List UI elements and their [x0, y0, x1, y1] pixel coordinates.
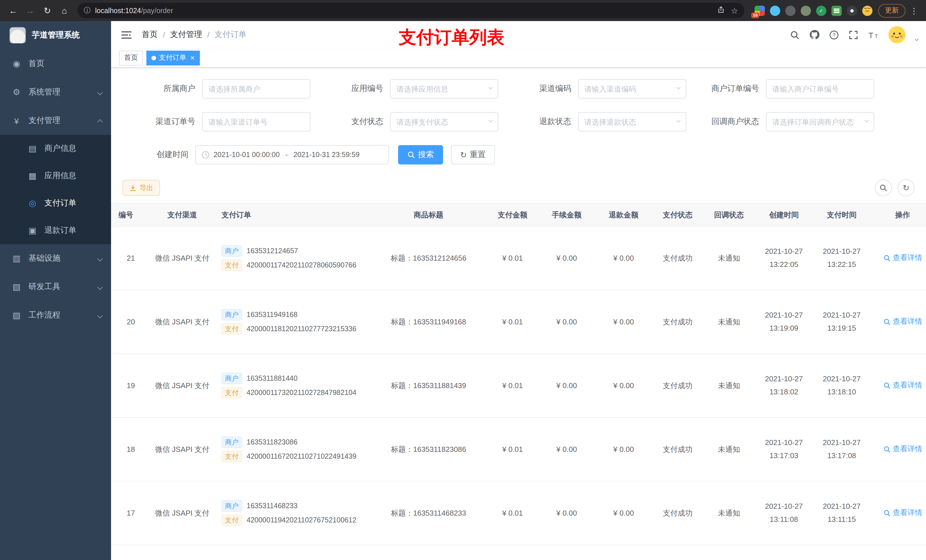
- sidebar-toggle-button[interactable]: [119, 28, 134, 41]
- breadcrumb-current: 支付订单: [215, 30, 247, 40]
- forward-icon: →: [26, 6, 35, 15]
- pay-status-select[interactable]: [390, 112, 498, 131]
- date-range-input[interactable]: 2021-10-01 00:00:00 - 2021-10-31 23:59:5…: [195, 145, 389, 165]
- user-avatar[interactable]: [888, 26, 905, 43]
- refresh-table-button[interactable]: ↻: [897, 179, 915, 196]
- tab-pay-order[interactable]: 支付订单 ×: [146, 50, 200, 65]
- orders-table-wrapper: 编号 支付渠道 支付订单 商品标题 支付金额 手续金额 退款金额 支付状态 回调…: [111, 203, 926, 560]
- date-end: 2021-10-31 23:59:59: [294, 151, 360, 159]
- extension-avatar-icon[interactable]: [862, 5, 873, 16]
- sidebar-item-infra[interactable]: ▥ 基础设施: [0, 244, 111, 273]
- sidebar-item-label: 支付订单: [44, 198, 76, 208]
- table-row: 17 微信 JSAPI 支付 商户 1635311468233 支付 42000…: [111, 481, 926, 545]
- pay-order-page: 所属商户 应用编号 渠道编码 商户订单编号: [111, 68, 926, 560]
- github-button[interactable]: [809, 30, 820, 40]
- browser-reload-button[interactable]: ↻: [40, 3, 54, 18]
- app-select[interactable]: [390, 79, 498, 98]
- browser-update-button[interactable]: 更新: [878, 4, 905, 17]
- view-detail-link[interactable]: 查看详情: [883, 444, 922, 454]
- status-cell: 支付成功: [652, 417, 703, 481]
- avatar-dropdown-caret[interactable]: [915, 37, 918, 41]
- search-button[interactable]: 搜索: [398, 145, 443, 165]
- sidebar-item-workflow[interactable]: ▨ 工作流程: [0, 301, 111, 329]
- create-time-cell: [755, 545, 813, 560]
- channel-order-no: 4200001167202110271022491439: [247, 453, 357, 460]
- sidebar-item-merchant-info[interactable]: ▤ 商户信息: [0, 135, 111, 162]
- extension-olive-icon[interactable]: [801, 5, 811, 16]
- view-detail-link[interactable]: 查看详情: [883, 508, 922, 518]
- share-icon[interactable]: [717, 5, 725, 16]
- toggle-search-button[interactable]: [875, 179, 892, 196]
- sidebar-item-home[interactable]: ◉ 首页: [0, 50, 111, 78]
- filter-row-1: 所属商户 应用编号 渠道编码 商户订单编号: [123, 79, 915, 98]
- extension-chat-icon[interactable]: [831, 5, 842, 16]
- reset-button[interactable]: ↻ 重置: [451, 145, 495, 165]
- create-time-cell: 2021-10-27 13:19:09: [755, 290, 813, 354]
- amount-cell: ¥ 0.01: [487, 290, 538, 354]
- app-logo: 芋道管理系统: [0, 21, 111, 50]
- browser-back-button[interactable]: ←: [6, 3, 21, 18]
- field-label: 商户订单编号: [686, 84, 766, 94]
- logo-avatar: [9, 27, 26, 44]
- extension-pin-icon[interactable]: [847, 5, 857, 16]
- sidebar-item-payment[interactable]: ¥ 支付管理: [0, 106, 111, 135]
- field-label: 退款状态: [498, 117, 578, 127]
- export-button[interactable]: 导出: [123, 180, 160, 196]
- url-bar[interactable]: ⓘ localhost:1024/pay/order ☆: [77, 3, 744, 18]
- sidebar-item-label: 退款订单: [44, 225, 76, 235]
- sidebar-item-refund-order[interactable]: ▣ 退款订单: [0, 217, 111, 244]
- view-detail-link[interactable]: 查看详情: [883, 380, 922, 391]
- merchant-order-no-input[interactable]: [766, 79, 874, 98]
- dashboard-icon: ◉: [11, 59, 22, 69]
- sidebar: 芋道管理系统 ◉ 首页 ⚙ 系统管理 ¥ 支付管理: [0, 21, 111, 560]
- extensions-puzzle-icon[interactable]: 10: [755, 5, 765, 16]
- sidebar-item-devtools[interactable]: ▧ 研发工具: [0, 273, 111, 301]
- fullscreen-button[interactable]: [849, 30, 858, 39]
- sidebar-item-app-info[interactable]: ▦ 应用信息: [0, 162, 111, 190]
- refund-status-select[interactable]: [578, 112, 686, 131]
- browser-forward-button[interactable]: →: [23, 3, 38, 18]
- search-icon: [883, 254, 890, 262]
- view-detail-link[interactable]: 查看详情: [883, 253, 922, 263]
- view-detail-link[interactable]: 查看详情: [883, 317, 922, 327]
- annotation-title: 支付订单列表: [399, 26, 505, 50]
- sidebar-item-label: 应用信息: [44, 171, 76, 181]
- tab-home[interactable]: 首页: [119, 50, 143, 65]
- refund-cell: ¥ 0.00: [595, 481, 652, 545]
- filter-merchant: 所属商户: [123, 79, 310, 98]
- sidebar-item-system[interactable]: ⚙ 系统管理: [0, 78, 111, 106]
- channel-code-select[interactable]: [578, 79, 686, 98]
- page-header: 首页 / 支付管理 / 支付订单 支付订单列表 ?: [111, 21, 926, 48]
- breadcrumb-payment[interactable]: 支付管理: [170, 30, 202, 40]
- merchant-order-no: 1635311468233: [247, 502, 298, 510]
- close-icon[interactable]: ×: [190, 54, 195, 62]
- extension-drop-icon[interactable]: [770, 5, 780, 16]
- amount-cell: [487, 545, 538, 560]
- sidebar-item-pay-order[interactable]: ◎ 支付订单: [0, 190, 111, 217]
- channel-order-no: 4200001173202110272847982104: [247, 389, 357, 397]
- pay-time-cell: 2021-10-27 13:19:15: [813, 290, 870, 354]
- breadcrumb-home[interactable]: 首页: [142, 30, 158, 40]
- order-id-cell: 17: [111, 481, 150, 545]
- pay-order-cell: 商户 1635311881440 支付 42000011732021102728…: [215, 354, 370, 417]
- site-info-icon[interactable]: ⓘ: [84, 6, 91, 15]
- card-icon: ▤: [27, 143, 38, 154]
- merchant-order-no: 1635311823086: [247, 438, 298, 446]
- extension-gray-icon[interactable]: [785, 5, 796, 16]
- toolbox-icon: ▧: [11, 282, 22, 292]
- notify-status-select[interactable]: [766, 112, 874, 131]
- pay-time-cell: 2021-10-27 13:18:10: [813, 354, 870, 417]
- help-button[interactable]: ?: [829, 30, 839, 39]
- browser-menu-button[interactable]: ⋮: [908, 6, 920, 15]
- refund-cell: ¥ 0.00: [595, 417, 652, 481]
- pay-channel-cell: 微信 JSAPI 支付: [150, 417, 215, 481]
- pay-channel-cell: 微信 JSAPI 支付: [150, 481, 215, 545]
- browser-home-button[interactable]: ⌂: [57, 3, 72, 18]
- font-size-button[interactable]: TT: [868, 30, 879, 39]
- header-search-button[interactable]: [790, 30, 800, 39]
- extension-check-icon[interactable]: ✓: [816, 5, 826, 16]
- bookmark-star-icon[interactable]: ☆: [731, 6, 738, 15]
- status-cell: 支付成功: [652, 354, 703, 417]
- channel-order-no-input[interactable]: [202, 112, 310, 131]
- merchant-select[interactable]: [202, 79, 310, 98]
